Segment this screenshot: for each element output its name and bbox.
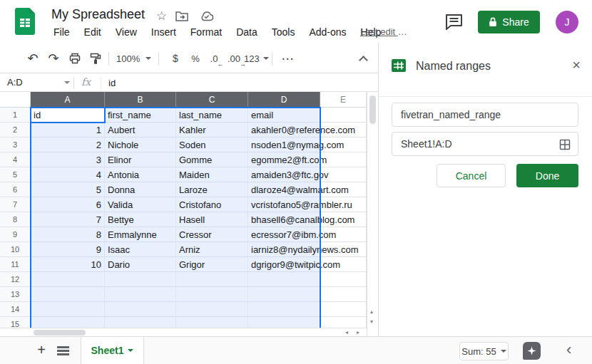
cell-D12[interactable] bbox=[248, 272, 320, 287]
paint-format-icon[interactable] bbox=[86, 49, 105, 68]
cell-B6[interactable]: Donna bbox=[105, 182, 176, 197]
cell-D2[interactable]: akahler0@reference.com bbox=[248, 123, 320, 137]
cell-A5[interactable]: 4 bbox=[31, 167, 105, 182]
menu-item-data[interactable]: Data bbox=[234, 26, 260, 38]
cell-D7[interactable]: vcristofano5@rambler.ru bbox=[248, 197, 320, 212]
cell-D6[interactable]: dlaroze4@walmart.com bbox=[248, 182, 320, 197]
cell-E14[interactable] bbox=[320, 302, 367, 317]
cell-A4[interactable]: 3 bbox=[31, 152, 105, 167]
cell-B5[interactable]: Antonia bbox=[105, 167, 176, 182]
cell-E15[interactable] bbox=[320, 317, 367, 328]
cell-B11[interactable]: Dario bbox=[105, 257, 176, 272]
row-header-14[interactable]: 14 bbox=[0, 302, 31, 317]
cell-D5[interactable]: amaiden3@ftc.gov bbox=[248, 167, 320, 182]
row-header-6[interactable]: 6 bbox=[0, 182, 31, 197]
select-data-range-icon[interactable] bbox=[559, 139, 571, 150]
vertical-scrollbar-thumb[interactable] bbox=[369, 95, 376, 124]
scroll-down-icon[interactable]: ▾ bbox=[370, 319, 373, 325]
cell-B9[interactable]: Emmalynne bbox=[105, 227, 176, 242]
cell-B4[interactable]: Elinor bbox=[105, 152, 176, 167]
cell-A2[interactable]: 1 bbox=[31, 123, 105, 137]
cell-A8[interactable]: 7 bbox=[31, 212, 105, 227]
cell-C14[interactable] bbox=[176, 302, 248, 317]
column-header-e[interactable]: E bbox=[320, 92, 367, 108]
formula-input[interactable]: id bbox=[108, 78, 116, 88]
sheets-logo-icon[interactable] bbox=[15, 8, 35, 35]
cell-D8[interactable]: bhasell6@canalblog.com bbox=[248, 212, 320, 227]
column-header-c[interactable]: C bbox=[176, 92, 248, 108]
cell-A9[interactable]: 8 bbox=[31, 227, 105, 242]
print-icon[interactable] bbox=[66, 49, 84, 68]
cell-D14[interactable] bbox=[248, 302, 320, 317]
add-sheet-button[interactable]: + bbox=[33, 341, 50, 358]
cell-B2[interactable]: Aubert bbox=[105, 123, 176, 137]
scroll-up-icon[interactable]: ▴ bbox=[370, 309, 373, 315]
cell-E1[interactable] bbox=[320, 108, 367, 123]
cell-B12[interactable] bbox=[105, 272, 176, 287]
more-toolbar-icon[interactable]: ⋯ bbox=[278, 49, 297, 68]
sum-dropdown[interactable]: Sum: 55 bbox=[459, 342, 509, 360]
menu-item-view[interactable]: View bbox=[113, 26, 139, 38]
row-header-10[interactable]: 10 bbox=[0, 242, 31, 257]
cell-C3[interactable]: Soden bbox=[176, 137, 248, 152]
menu-item-tools[interactable]: Tools bbox=[270, 26, 297, 38]
cell-C12[interactable] bbox=[176, 272, 248, 287]
cell-B10[interactable]: Isaac bbox=[105, 242, 176, 257]
cell-D3[interactable]: nsoden1@nymag.com bbox=[248, 137, 320, 152]
scroll-right-icon[interactable]: ▸ bbox=[357, 330, 359, 336]
format-currency-button[interactable]: $ bbox=[166, 49, 185, 68]
horizontal-scrollbar-thumb[interactable] bbox=[34, 330, 86, 336]
move-folder-icon[interactable] bbox=[175, 11, 188, 21]
cell-C1[interactable]: last_name bbox=[176, 108, 248, 123]
range-name-input[interactable]: fivetran_named_range bbox=[392, 103, 578, 127]
menu-item-file[interactable]: File bbox=[51, 26, 72, 38]
row-header-1[interactable]: 1 bbox=[0, 108, 31, 123]
column-header-a[interactable]: A bbox=[31, 92, 105, 108]
close-icon[interactable]: × bbox=[566, 55, 586, 75]
row-header-9[interactable]: 9 bbox=[0, 227, 31, 242]
grid-corner[interactable] bbox=[0, 92, 31, 108]
cell-D10[interactable]: iarniz8@nydailynews.com bbox=[248, 242, 320, 257]
cell-B14[interactable] bbox=[105, 302, 176, 317]
increase-decimal-button[interactable]: .00→ bbox=[225, 49, 243, 68]
row-header-2[interactable]: 2 bbox=[0, 123, 31, 137]
row-header-7[interactable]: 7 bbox=[0, 197, 31, 212]
row-header-5[interactable]: 5 bbox=[0, 167, 31, 182]
explore-button[interactable] bbox=[523, 342, 541, 360]
cell-B7[interactable]: Valida bbox=[105, 197, 176, 212]
zoom-select[interactable]: 100% bbox=[116, 49, 151, 68]
cell-B15[interactable] bbox=[105, 317, 176, 328]
menu-item-format[interactable]: Format bbox=[188, 26, 224, 38]
row-header-12[interactable]: 12 bbox=[0, 272, 31, 287]
cell-A13[interactable] bbox=[31, 287, 105, 302]
cell-C2[interactable]: Kahler bbox=[176, 123, 248, 137]
horizontal-scrollbar[interactable]: ◂ ▸ bbox=[0, 328, 367, 336]
cell-A11[interactable]: 10 bbox=[31, 257, 105, 272]
last-edit-link[interactable]: Last edit w… bbox=[360, 26, 410, 37]
star-icon[interactable]: ☆ bbox=[156, 9, 167, 24]
row-header-11[interactable]: 11 bbox=[0, 257, 31, 272]
name-box[interactable]: A:D bbox=[7, 77, 23, 88]
cell-E13[interactable] bbox=[320, 287, 367, 302]
row-header-13[interactable]: 13 bbox=[0, 287, 31, 302]
cell-D11[interactable]: dgrigor9@twitpic.com bbox=[248, 257, 320, 272]
row-header-8[interactable]: 8 bbox=[0, 212, 31, 227]
menu-item-insert[interactable]: Insert bbox=[149, 26, 178, 38]
cell-A7[interactable]: 6 bbox=[31, 197, 105, 212]
cell-D9[interactable]: ecressor7@ibm.com bbox=[248, 227, 320, 242]
cell-B1[interactable]: first_name bbox=[105, 108, 176, 123]
cloud-saved-icon[interactable] bbox=[200, 11, 214, 21]
row-header-4[interactable]: 4 bbox=[0, 152, 31, 167]
vertical-scrollbar[interactable]: ▴ ▾ bbox=[367, 92, 378, 336]
cell-C7[interactable]: Cristofano bbox=[176, 197, 248, 212]
avatar[interactable]: J bbox=[556, 11, 578, 33]
scroll-left-icon[interactable]: ◂ bbox=[345, 330, 348, 336]
cell-C11[interactable]: Grigor bbox=[176, 257, 248, 272]
cell-D1[interactable]: email bbox=[248, 108, 320, 123]
cell-C10[interactable]: Arniz bbox=[176, 242, 248, 257]
collapse-toolbar-icon[interactable] bbox=[354, 49, 372, 68]
done-button[interactable]: Done bbox=[516, 164, 578, 187]
cancel-button[interactable]: Cancel bbox=[437, 164, 506, 187]
menu-item-edit[interactable]: Edit bbox=[82, 26, 103, 38]
row-header-3[interactable]: 3 bbox=[0, 137, 31, 152]
